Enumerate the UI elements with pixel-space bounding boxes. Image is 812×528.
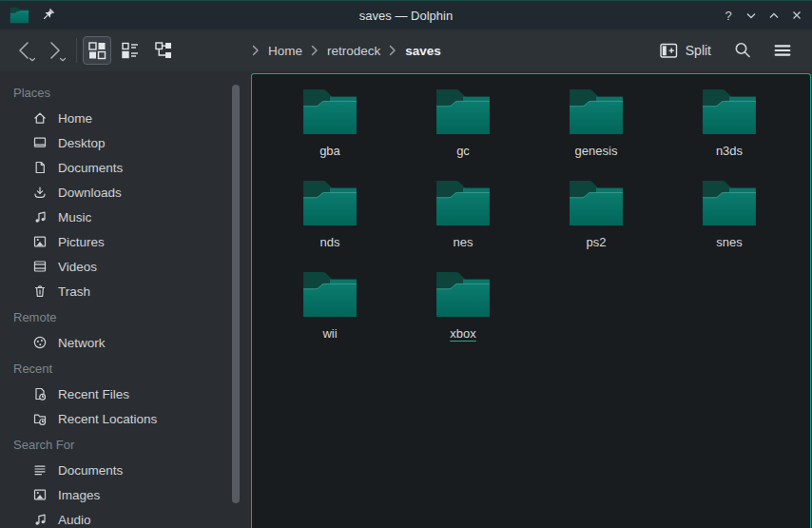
places-panel: PlacesHomeDesktopDocumentsDownloadsMusic… (0, 71, 251, 528)
icons-view-button[interactable] (83, 36, 111, 65)
folder-icon (568, 87, 625, 136)
chevron-down-icon (744, 8, 759, 23)
folder-icon (301, 269, 358, 319)
folder-icon (701, 87, 758, 136)
music-icon (32, 512, 48, 527)
folder-item-genesis[interactable]: genesis (530, 83, 663, 174)
sidebar-section-header: Remote (0, 303, 251, 330)
sidebar-item-downloads[interactable]: Downloads (0, 180, 251, 205)
folder-label: genesis (575, 144, 618, 158)
sidebar-item-images[interactable]: Images (0, 482, 251, 507)
text-lines-icon (32, 462, 48, 478)
folder-icon (301, 87, 358, 136)
app-folder-icon (10, 7, 29, 24)
sidebar-item-recent-files[interactable]: Recent Files (0, 381, 251, 406)
compact-view-button[interactable] (116, 36, 145, 65)
details-view-button[interactable] (149, 36, 178, 65)
sidebar-item-label: Recent Locations (58, 412, 157, 426)
search-icon (733, 41, 752, 60)
folder-label: nds (320, 235, 340, 249)
sidebar-scrollbar[interactable] (232, 85, 240, 503)
sidebar-section-header: Search For (0, 431, 251, 458)
sidebar-item-label: Home (58, 111, 92, 126)
window-title: saves — Dolphin (0, 9, 812, 23)
folder-item-snes[interactable]: snes (663, 174, 796, 265)
folder-label: snes (716, 235, 742, 249)
folder-icon (435, 269, 492, 319)
content-area: PlacesHomeDesktopDocumentsDownloadsMusic… (0, 71, 812, 528)
close-button[interactable] (789, 8, 804, 23)
folder-icon (435, 178, 492, 227)
view-icons-icon (87, 41, 106, 60)
folder-item-nds[interactable]: nds (263, 174, 396, 265)
recent-file-icon (32, 386, 48, 401)
back-arrow-icon (11, 36, 40, 65)
folder-item-gc[interactable]: gc (396, 83, 530, 174)
breadcrumb-separator-icon (389, 45, 396, 56)
help-icon: ? (721, 8, 736, 23)
chevron-up-icon (766, 8, 782, 23)
sidebar-item-home[interactable]: Home (0, 106, 251, 130)
sidebar-item-label: Recent Files (58, 387, 129, 401)
image-icon (32, 234, 48, 249)
folder-label: nes (454, 235, 474, 249)
breadcrumb-separator-icon (311, 45, 319, 56)
sidebar-item-network[interactable]: Network (0, 330, 251, 355)
forward-arrow-icon (40, 36, 68, 65)
sidebar-item-videos[interactable]: Videos (0, 254, 251, 279)
breadcrumb-separator-icon (252, 45, 260, 56)
sidebar-item-trash[interactable]: Trash (0, 279, 251, 303)
minimize-button[interactable] (744, 8, 759, 23)
back-button[interactable] (11, 36, 40, 65)
search-button[interactable] (728, 36, 757, 65)
folder-item-nes[interactable]: nes (396, 174, 530, 265)
forward-button[interactable] (40, 36, 68, 65)
sidebar-item-desktop[interactable]: Desktop (0, 130, 251, 155)
svg-text:?: ? (725, 9, 731, 23)
folder-view[interactable]: gba gc genesis n3ds (251, 73, 811, 528)
split-button-label: Split (686, 43, 711, 58)
folder-item-n3ds[interactable]: n3ds (663, 83, 796, 174)
sidebar-item-pictures[interactable]: Pictures (0, 229, 251, 254)
split-button[interactable]: Split (654, 39, 717, 63)
dolphin-window: saves — Dolphin ? Homeretrodecksaves Spl… (0, 0, 812, 528)
sidebar-item-label: Pictures (58, 235, 105, 249)
toolbar: Homeretrodecksaves Split (0, 29, 812, 71)
sidebar-item-audio[interactable]: Audio (0, 507, 251, 528)
folder-icon (701, 178, 758, 227)
close-icon (789, 8, 804, 23)
titlebar: saves — Dolphin ? (0, 1, 812, 29)
maximize-button[interactable] (766, 8, 782, 23)
trash-icon (32, 284, 48, 299)
breadcrumb-item[interactable]: retrodeck (327, 44, 380, 58)
folder-label: gba (319, 144, 340, 158)
sidebar-item-label: Trash (58, 284, 90, 299)
hamburger-menu-button[interactable] (768, 36, 797, 65)
download-icon (32, 185, 48, 200)
help-button[interactable]: ? (721, 8, 736, 23)
folder-item-gba[interactable]: gba (263, 83, 396, 174)
folder-grid: gba gc genesis n3ds (263, 83, 796, 357)
toolbar-separator (76, 38, 77, 63)
sidebar-item-documents[interactable]: Documents (0, 458, 251, 482)
sidebar-item-music[interactable]: Music (0, 205, 251, 229)
sidebar-item-recent-locations[interactable]: Recent Locations (0, 406, 251, 431)
sidebar-item-label: Audio (58, 513, 91, 527)
folder-label: wii (322, 326, 337, 341)
sidebar-item-label: Desktop (58, 136, 106, 150)
folder-item-xbox[interactable]: xbox (396, 265, 530, 357)
video-icon (32, 259, 48, 274)
breadcrumb-item[interactable]: Home (268, 44, 302, 58)
folder-icon (568, 178, 625, 227)
sidebar-item-label: Network (58, 336, 106, 350)
view-compact-icon (121, 41, 140, 60)
sidebar-item-label: Downloads (58, 186, 122, 200)
music-icon (32, 209, 48, 225)
folder-item-ps2[interactable]: ps2 (530, 174, 663, 265)
folder-item-wii[interactable]: wii (263, 265, 396, 357)
hamburger-menu-icon (772, 40, 793, 61)
sidebar-section-header: Places (0, 79, 251, 106)
sidebar-item-documents[interactable]: Documents (0, 155, 251, 180)
toolbar-right: Split (654, 36, 801, 65)
breadcrumb-item[interactable]: saves (405, 44, 441, 58)
